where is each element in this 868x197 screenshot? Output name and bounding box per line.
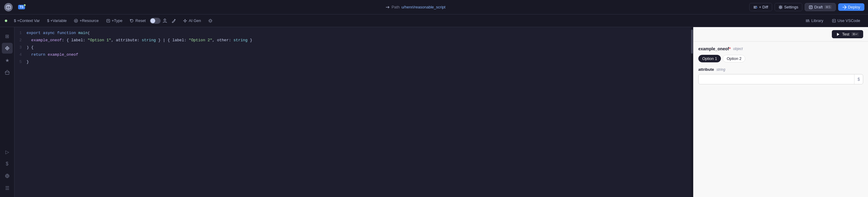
diff-label: + Diff	[759, 5, 768, 9]
ts-badge-dot	[24, 4, 26, 6]
path-value: u/henri/reasonable_script	[401, 5, 445, 9]
svg-rect-9	[5, 72, 9, 74]
table-row: 1export async function main(	[14, 30, 693, 37]
svg-point-6	[164, 19, 166, 21]
home-icon	[4, 70, 10, 75]
tab-pill[interactable]: Option 2	[723, 55, 745, 62]
sidebar-item-variables[interactable]: $	[2, 159, 13, 169]
line-number: 1	[14, 30, 27, 37]
resource-icon	[74, 19, 78, 23]
code-container[interactable]: 1export async function main(2 example_on…	[14, 27, 693, 197]
reset-button[interactable]: Reset	[127, 17, 149, 24]
right-panel: Test ⌘↵ example_oneof* object Option 1Op…	[693, 27, 868, 197]
table-row: 5}	[14, 59, 693, 66]
settings-label: Settings	[784, 5, 798, 9]
top-bar: TS Script summary Path u/henri/reasonabl…	[0, 0, 868, 14]
toggle-thumb	[150, 19, 155, 23]
gear-icon	[778, 5, 783, 9]
field-name: attribute	[698, 67, 714, 72]
sparkle-button[interactable]	[205, 17, 216, 24]
draft-icon	[809, 5, 813, 9]
packages-icon	[4, 173, 10, 178]
draft-button[interactable]: Draft ⌘S	[805, 3, 836, 11]
line-content: ) {	[27, 44, 693, 51]
tab-pill[interactable]: Option 1	[698, 55, 721, 62]
script-title-input[interactable]: Script summary	[27, 5, 82, 10]
right-panel-content: example_oneof* object Option 1Option 2 a…	[693, 41, 868, 197]
resource-button[interactable]: +Resource	[71, 17, 101, 24]
tab-group: Option 1Option 2	[698, 55, 863, 62]
draft-label: Draft	[814, 5, 823, 9]
context-var-label: $ +Context Var	[14, 19, 40, 23]
deploy-button[interactable]: Deploy	[838, 3, 864, 11]
library-label: Library	[811, 19, 824, 23]
right-panel-header: Test ⌘↵	[693, 27, 868, 41]
diff-button[interactable]: + Diff	[749, 3, 772, 11]
line-number: 4	[14, 51, 27, 59]
param-name: example_oneof*	[698, 46, 731, 51]
type-icon	[106, 19, 110, 23]
type-button[interactable]: +Type	[103, 17, 126, 24]
flows-icon	[4, 45, 10, 51]
sidebar-item-home[interactable]: ⊞	[2, 31, 13, 41]
sidebar-item-starred[interactable]: ★	[2, 55, 13, 66]
svg-point-11	[6, 175, 8, 177]
line-content: example_oneof: { label: "Option 1", attr…	[27, 37, 693, 44]
library-button[interactable]: Library	[803, 17, 827, 24]
field-dollar-icon[interactable]: $	[854, 74, 863, 84]
variable-button[interactable]: $ +Variable	[44, 17, 70, 24]
resource-label: +Resource	[80, 19, 98, 23]
reset-label: Reset	[135, 19, 146, 23]
context-var-button[interactable]: $ +Context Var	[11, 17, 43, 24]
sidebar-item-flows[interactable]	[2, 43, 13, 54]
param-type: object	[733, 47, 743, 51]
library-icon	[806, 19, 810, 23]
sidebar-item-logs[interactable]: ☰	[2, 183, 13, 193]
main-content: ⊞ ★ ▷ $ ☰ 1export async f	[0, 27, 868, 197]
ai-gen-button[interactable]: AI Gen	[180, 17, 204, 24]
line-number: 3	[14, 44, 27, 51]
toolbar-right: Library Use VSCode	[803, 17, 863, 24]
toolbar: $ +Context Var $ +Variable +Resource +Ty…	[0, 14, 868, 27]
line-number: 5	[14, 59, 27, 66]
param-header: example_oneof* object	[698, 46, 863, 51]
test-label: Test	[842, 32, 849, 36]
test-button[interactable]: Test ⌘↵	[832, 30, 863, 38]
svg-point-8	[7, 47, 8, 49]
test-kbd: ⌘↵	[851, 32, 859, 36]
play-icon	[836, 32, 840, 36]
ts-badge: TS	[18, 5, 25, 9]
user-icon	[162, 19, 167, 23]
vscode-label: Use VSCode	[838, 19, 860, 23]
line-content: export async function main(	[27, 30, 693, 37]
ai-wand-icon	[172, 19, 176, 23]
reset-icon	[130, 19, 134, 23]
draft-kbd: ⌘S	[824, 5, 832, 9]
variable-label: $ +Variable	[47, 19, 67, 23]
deploy-label: Deploy	[848, 5, 860, 9]
type-label: +Type	[112, 19, 123, 23]
settings-button[interactable]: Settings	[775, 3, 802, 11]
line-content: }	[27, 59, 693, 66]
ai-gen-icon	[183, 19, 187, 23]
status-dot	[5, 20, 7, 22]
script-title-area: TS Script summary	[18, 5, 82, 10]
param-name-text: example_oneof	[698, 46, 729, 51]
ai-wand-button[interactable]	[168, 17, 179, 24]
toggle-switch[interactable]	[150, 18, 161, 24]
vscode-button[interactable]: Use VSCode	[829, 17, 863, 24]
table-row: 4 return example_oneof	[14, 51, 693, 59]
sidebar-item-resources[interactable]	[2, 67, 13, 78]
sidebar-item-run[interactable]: ▷	[2, 146, 13, 157]
vscode-icon	[832, 19, 836, 23]
svg-point-3	[74, 19, 78, 22]
ai-gen-label: AI Gen	[189, 19, 201, 23]
field-input[interactable]	[699, 75, 854, 84]
scrollbar-thumb	[691, 30, 693, 54]
field-type: string	[716, 67, 725, 72]
scrollbar-track[interactable]	[691, 27, 693, 197]
field-input-wrap: $	[698, 74, 863, 84]
sidebar-item-packages[interactable]	[2, 170, 13, 181]
sidebar: ⊞ ★ ▷ $ ☰	[0, 27, 14, 197]
param-required: *	[729, 46, 731, 51]
